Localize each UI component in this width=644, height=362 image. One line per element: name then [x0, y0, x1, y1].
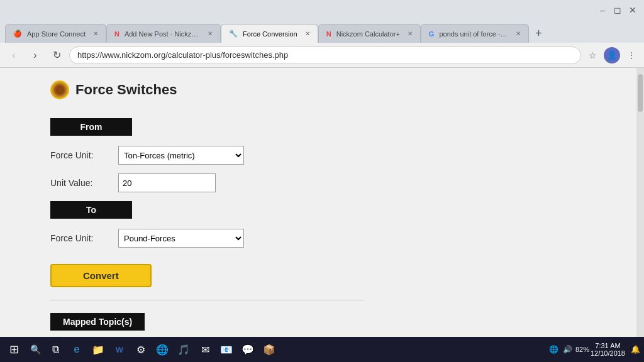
to-force-unit-row: Force Unit: Pound-Forces Newton Kilonewt…: [50, 229, 365, 248]
unit-value-label: Unit Value:: [50, 178, 113, 188]
tab-close-icon[interactable]: ✕: [408, 30, 413, 37]
task-view-button[interactable]: ⧉: [45, 339, 65, 359]
tab-close-icon[interactable]: ✕: [208, 30, 213, 37]
forward-button[interactable]: ›: [26, 47, 44, 64]
page-icon: [50, 80, 69, 99]
convert-btn-area: Convert: [50, 258, 365, 287]
app2-icon[interactable]: 💬: [238, 339, 258, 359]
taskbar-clock[interactable]: 7:31 AM 12/10/2018: [591, 342, 625, 357]
explorer-icon[interactable]: 📁: [88, 339, 108, 359]
tab-label: Force Conversion: [243, 30, 297, 38]
tab-label: ponds unit of force - Google S...: [439, 30, 508, 38]
address-bar: ‹ › ↻ ☆ 👤 ⋮: [0, 43, 644, 68]
tab-favicon: 🍎: [13, 30, 22, 38]
to-force-unit-select[interactable]: Pound-Forces Newton Kilonewton Ton-Force…: [118, 229, 244, 248]
from-section: From Force Unit: Ton-Forces (metric) New…: [50, 118, 365, 192]
maximize-button[interactable]: ◻: [611, 4, 624, 16]
mapped-topics-label: Mapped Topic(s): [50, 313, 145, 331]
window-controls: – ◻ ✕: [596, 4, 639, 16]
chrome-icon[interactable]: 🌐: [152, 339, 172, 359]
tab-close-icon[interactable]: ✕: [516, 30, 521, 37]
tab-app-store-connect[interactable]: 🍎 App Store Connect ✕: [5, 24, 106, 43]
unit-value-input[interactable]: [118, 173, 216, 192]
from-force-unit-select[interactable]: Ton-Forces (metric) Newton Kilonewton Po…: [118, 146, 244, 165]
page-title-area: Force Switches: [50, 80, 586, 99]
search-button[interactable]: 🔍: [26, 341, 44, 358]
start-button[interactable]: ⊞: [3, 338, 25, 361]
to-force-unit-label: Force Unit:: [50, 233, 113, 243]
tab-force-conversion[interactable]: 🔧 Force Conversion ✕: [221, 24, 318, 43]
to-label: To: [50, 201, 132, 219]
convert-button[interactable]: Convert: [50, 264, 152, 287]
tab-favicon: 🔧: [229, 30, 238, 38]
mapped-topics-section: Mapped Topic(s) 📐 Mathematics: [50, 313, 365, 337]
volume-icon[interactable]: 🔊: [562, 343, 574, 356]
tab-label: App Store Connect: [27, 30, 86, 38]
scrollbar-thumb[interactable]: [638, 74, 643, 112]
from-force-unit-row: Force Unit: Ton-Forces (metric) Newton K…: [50, 146, 365, 165]
settings-icon[interactable]: ⚙: [131, 339, 151, 359]
close-button[interactable]: ✕: [626, 4, 639, 16]
unit-value-row: Unit Value:: [50, 173, 365, 192]
notification-icon[interactable]: 🔔: [629, 343, 641, 356]
bookmark-icon[interactable]: ☆: [585, 48, 600, 63]
app1-icon[interactable]: 📧: [216, 339, 236, 359]
minimize-button[interactable]: –: [596, 4, 609, 16]
refresh-button[interactable]: ↻: [48, 47, 65, 64]
form-section: From Force Unit: Ton-Forces (metric) New…: [50, 118, 365, 337]
app3-icon[interactable]: 📦: [259, 339, 279, 359]
word-icon[interactable]: W: [109, 339, 130, 359]
tab-add-new-post[interactable]: N Add New Post - Nickzom Blog ✕: [106, 24, 221, 43]
edge-icon[interactable]: e: [67, 339, 87, 359]
from-label: From: [50, 118, 132, 136]
new-tab-button[interactable]: +: [529, 24, 548, 43]
browser-frame: – ◻ ✕ 🍎 App Store Connect ✕ N Add New Po…: [0, 0, 644, 362]
divider: [50, 300, 365, 300]
tab-favicon: N: [326, 30, 331, 38]
back-button[interactable]: ‹: [5, 47, 23, 64]
from-force-unit-label: Force Unit:: [50, 150, 113, 160]
address-input[interactable]: [69, 47, 581, 64]
media-icon[interactable]: 🎵: [174, 339, 194, 359]
taskbar-date-display: 12/10/2018: [591, 349, 625, 357]
battery-indicator: 82%: [575, 346, 589, 353]
page-title: Force Switches: [75, 82, 177, 98]
main-content: Force Switches From Force Unit: Ton-Forc…: [0, 68, 636, 337]
taskbar: ⊞ 🔍 ⧉ e 📁 W ⚙ 🌐 🎵 ✉ 📧 💬 📦 🌐 🔊 82% 7:31 A…: [0, 337, 644, 362]
tab-bar: 🍎 App Store Connect ✕ N Add New Post - N…: [0, 20, 644, 43]
to-section: To Force Unit: Pound-Forces Newton Kilon…: [50, 201, 365, 248]
network-icon[interactable]: 🌐: [548, 343, 560, 356]
tab-google-search[interactable]: G ponds unit of force - Google S... ✕: [421, 24, 530, 43]
tab-label: Nickzom Calculator+: [336, 30, 400, 38]
tab-nickzom-calculator[interactable]: N Nickzom Calculator+ ✕: [318, 24, 421, 43]
title-bar: – ◻ ✕: [0, 0, 644, 20]
mail-icon[interactable]: ✉: [195, 339, 215, 359]
menu-icon[interactable]: ⋮: [624, 48, 639, 63]
scrollbar[interactable]: [636, 68, 644, 337]
tab-favicon: N: [114, 30, 119, 38]
tab-close-icon[interactable]: ✕: [93, 30, 98, 37]
tab-label: Add New Post - Nickzom Blog: [125, 30, 200, 38]
tab-favicon: G: [429, 30, 435, 38]
tab-close-icon[interactable]: ✕: [305, 30, 310, 37]
profile-icon[interactable]: 👤: [604, 47, 620, 63]
taskbar-time-display: 7:31 AM: [595, 342, 620, 349]
